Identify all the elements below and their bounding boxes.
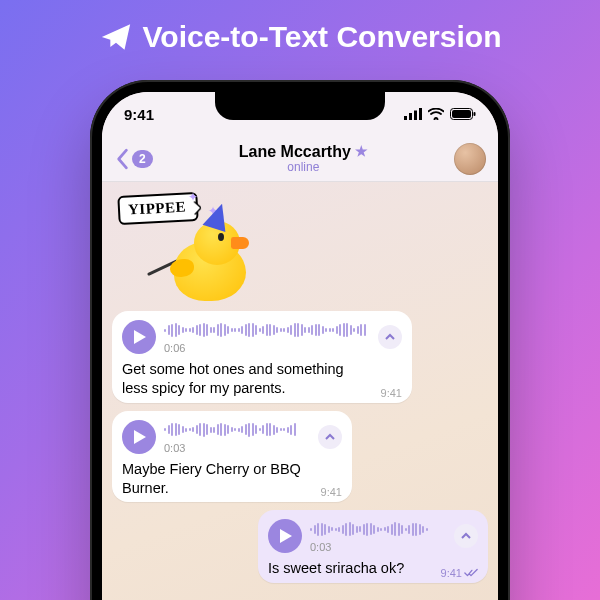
svg-rect-1	[409, 113, 412, 120]
chat-navbar: 2 Lane Mccarthy ★ online	[102, 136, 498, 182]
voice-message-incoming[interactable]: 0:03 Maybe Fiery Cherry or BBQ Burner. 9…	[112, 411, 352, 503]
message-time: 9:41	[381, 387, 402, 399]
waveform[interactable]	[164, 420, 310, 440]
cellular-icon	[404, 108, 422, 120]
voice-message-outgoing[interactable]: 0:03 Is sweet sriracha ok? 9:41	[258, 510, 488, 583]
waveform[interactable]	[310, 519, 446, 539]
premium-star-icon: ★	[355, 144, 368, 159]
chevron-left-icon	[114, 148, 130, 170]
notch	[215, 92, 385, 120]
transcript-text: Maybe Fiery Cherry or BBQ Burner.	[122, 460, 342, 498]
play-button[interactable]	[268, 519, 302, 553]
avatar[interactable]	[454, 143, 486, 175]
svg-rect-0	[404, 116, 407, 120]
voice-duration: 0:03	[164, 442, 310, 454]
sticker-yippee[interactable]: YIPPEE ✦ ✦	[118, 190, 258, 305]
transcript-text: Get some hot ones and something less spi…	[122, 360, 402, 398]
wifi-icon	[428, 108, 444, 120]
chat-header[interactable]: Lane Mccarthy ★ online	[239, 143, 368, 174]
banner: Voice-to-Text Conversion	[0, 0, 600, 54]
phone-screen: 9:41 2 Lane Mccarthy ★ online	[102, 92, 498, 600]
status-time: 9:41	[124, 106, 184, 123]
voice-message-incoming[interactable]: 0:06 Get some hot ones and something les…	[112, 311, 412, 403]
paper-plane-icon	[99, 20, 133, 54]
voice-duration: 0:06	[164, 342, 370, 354]
svg-rect-3	[419, 108, 422, 120]
waveform[interactable]	[164, 320, 370, 340]
voice-duration: 0:03	[310, 541, 446, 553]
chat-status: online	[287, 161, 319, 174]
collapse-button[interactable]	[318, 425, 342, 449]
back-button[interactable]: 2	[114, 148, 153, 170]
play-button[interactable]	[122, 320, 156, 354]
read-checks-icon	[464, 568, 478, 578]
banner-title: Voice-to-Text Conversion	[143, 20, 502, 54]
unread-badge: 2	[132, 150, 153, 168]
collapse-button[interactable]	[378, 325, 402, 349]
svg-rect-2	[414, 111, 417, 121]
battery-icon	[450, 108, 476, 120]
svg-rect-5	[452, 110, 471, 118]
svg-rect-6	[474, 112, 476, 116]
message-time: 9:41	[321, 486, 342, 498]
chat-scroll[interactable]: YIPPEE ✦ ✦	[102, 182, 498, 600]
duck-icon	[166, 213, 258, 305]
play-button[interactable]	[122, 420, 156, 454]
message-time: 9:41	[441, 567, 462, 579]
collapse-button[interactable]	[454, 524, 478, 548]
phone-frame: 9:41 2 Lane Mccarthy ★ online	[90, 80, 510, 600]
chat-name-label: Lane Mccarthy	[239, 143, 351, 161]
